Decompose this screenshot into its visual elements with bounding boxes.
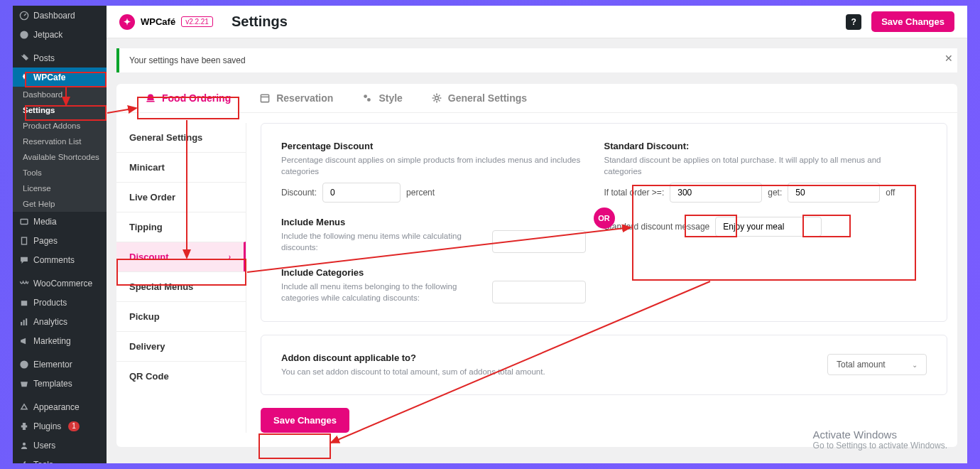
side-tab-minicart[interactable]: Minicart	[116, 152, 246, 182]
save-changes-button[interactable]: Save Changes	[261, 408, 349, 433]
include-categories-desc: Include all menu items belonging to the …	[281, 281, 486, 303]
sub-help[interactable]: Get Help	[13, 196, 107, 212]
get-amount-input[interactable]	[788, 183, 880, 203]
menu-wpcafe[interactable]: WPCafe	[13, 68, 107, 87]
discount-message-label: Standard discount message	[604, 222, 710, 232]
menu-posts[interactable]: Posts	[13, 48, 107, 68]
menu-label: Tools	[33, 460, 53, 464]
users-icon	[18, 440, 29, 451]
menu-analytics[interactable]: Analytics	[13, 312, 107, 331]
elementor-icon	[18, 359, 29, 370]
addon-discount-panel: Addon discount applicable to? You can se…	[261, 335, 947, 395]
side-tab-delivery[interactable]: Delivery	[116, 331, 246, 361]
discount-percent-input[interactable]	[322, 183, 401, 203]
include-categories-title: Include Categories	[281, 267, 586, 278]
sub-addons[interactable]: Product Addons	[13, 118, 107, 134]
svg-point-1	[20, 31, 28, 38]
svg-rect-2	[21, 219, 28, 224]
menu-dashboard[interactable]: Dashboard	[13, 6, 107, 25]
side-tab-qr-code[interactable]: QR Code	[116, 361, 246, 391]
percent-unit: percent	[406, 188, 435, 198]
menu-users[interactable]: Users	[13, 436, 107, 455]
menu-comments[interactable]: Comments	[13, 250, 107, 269]
if-total-label: If total order >=:	[604, 188, 665, 198]
side-tab-pickup[interactable]: Pickup	[116, 301, 246, 331]
activate-windows-watermark: Activate Windows Go to Settings to activ…	[813, 428, 947, 451]
if-total-input[interactable]	[670, 183, 762, 203]
sub-dashboard[interactable]: Dashboard	[13, 87, 107, 102]
menu-woocommerce[interactable]: WooCommerce	[13, 274, 107, 293]
sub-reservation[interactable]: Reservation List	[13, 134, 107, 149]
comments-icon	[18, 254, 29, 265]
menu-appearance[interactable]: Appearance	[13, 397, 107, 416]
menu-label: WooCommerce	[33, 279, 92, 289]
side-tab-discount[interactable]: Discount›	[116, 242, 246, 271]
tab-general-settings[interactable]: General Settings	[431, 92, 527, 104]
help-button[interactable]: ?	[846, 14, 861, 30]
standard-desc: Standard discount be applies on total pu…	[604, 154, 909, 177]
include-menus-title: Include Menus	[281, 217, 586, 227]
menu-jetpack[interactable]: Jetpack	[13, 25, 107, 44]
tab-style[interactable]: Style	[361, 92, 402, 104]
svg-rect-6	[23, 320, 24, 325]
menu-label: Media	[33, 217, 57, 227]
sub-shortcodes[interactable]: Available Shortcodes	[13, 149, 107, 165]
wpcafe-icon	[18, 72, 29, 82]
side-tab-special-menus[interactable]: Special Menus	[116, 271, 246, 301]
tools-icon	[18, 459, 29, 463]
plugins-update-badge: 1	[68, 421, 80, 431]
side-tab-tipping[interactable]: Tipping	[116, 212, 246, 242]
percentage-desc: Percentage discount applies on simple pr…	[281, 154, 586, 177]
include-menus-select[interactable]	[492, 230, 586, 253]
menu-marketing[interactable]: Marketing	[13, 331, 107, 350]
menu-label: Posts	[33, 53, 55, 63]
food-icon	[145, 92, 156, 104]
addon-applicable-select[interactable]: Total amount ⌄	[827, 354, 927, 375]
menu-label: Marketing	[33, 336, 71, 346]
tab-label: Reservation	[276, 92, 333, 104]
dismiss-notice-button[interactable]: ✕	[944, 53, 953, 64]
discount-message-input[interactable]	[715, 217, 822, 237]
main-tabs: Food Ordering Reservation Style General …	[116, 84, 957, 113]
sub-settings[interactable]: Settings	[13, 102, 107, 118]
settings-card: Food Ordering Reservation Style General …	[116, 84, 957, 447]
tab-label: Style	[379, 92, 402, 104]
brand-name: WPCafé	[141, 16, 175, 27]
tab-food-ordering[interactable]: Food Ordering	[145, 92, 231, 104]
marketing-icon	[18, 335, 29, 346]
sub-tools[interactable]: Tools	[13, 165, 107, 180]
svg-point-14	[435, 97, 438, 100]
standard-title: Standard Discount:	[604, 141, 909, 151]
settings-side-tabs: General Settings Minicart Live Order Tip…	[116, 123, 246, 433]
menu-products[interactable]: Products	[13, 293, 107, 312]
menu-tools[interactable]: Tools	[13, 455, 107, 463]
menu-pages[interactable]: Pages	[13, 231, 107, 250]
standard-discount-column: Standard Discount: Standard discount be …	[604, 141, 927, 304]
menu-plugins[interactable]: Plugins1	[13, 416, 107, 436]
save-changes-top-button[interactable]: Save Changes	[871, 11, 954, 32]
side-tab-general[interactable]: General Settings	[116, 123, 246, 152]
percentage-discount-column: Percentage Discount Percentage discount …	[281, 141, 604, 304]
appearance-icon	[18, 401, 29, 412]
menu-elementor[interactable]: Elementor	[13, 355, 107, 374]
discount-panel: Percentage Discount Percentage discount …	[261, 123, 947, 322]
dashboard-icon	[18, 10, 29, 21]
menu-templates[interactable]: Templates	[13, 374, 107, 393]
svg-rect-4	[21, 301, 26, 306]
sub-license[interactable]: License	[13, 180, 107, 196]
include-menus-desc: Include the following menu items while c…	[281, 230, 486, 253]
include-categories-select[interactable]	[492, 281, 586, 303]
gear-icon	[431, 92, 442, 104]
side-tab-label: Discount	[129, 252, 169, 262]
addon-title: Addon discount applicable to?	[281, 352, 545, 363]
side-tab-live-order[interactable]: Live Order	[116, 182, 246, 212]
pin-icon	[18, 53, 29, 63]
menu-media[interactable]: Media	[13, 212, 107, 231]
tab-reservation[interactable]: Reservation	[259, 92, 333, 104]
svg-point-12	[364, 95, 368, 98]
page-title: Settings	[232, 14, 288, 30]
activate-line2: Go to Settings to activate Windows.	[813, 441, 947, 451]
svg-point-8	[20, 360, 28, 368]
addon-desc: You can set addon discount to total amou…	[281, 366, 545, 377]
templates-icon	[18, 378, 29, 389]
